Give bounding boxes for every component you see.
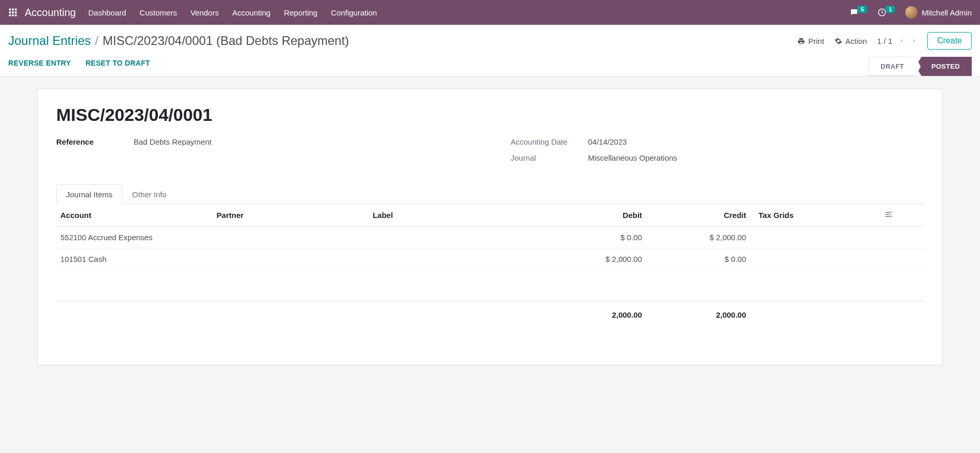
cell-label — [368, 248, 542, 270]
controlbar: Journal Entries / MISC/2023/04/0001 (Bad… — [0, 25, 980, 76]
pager-prev[interactable] — [898, 38, 905, 44]
cell-debit: $ 0.00 — [542, 227, 646, 248]
app-title[interactable]: Accounting — [25, 7, 76, 19]
topbar: Accounting Dashboard Customers Vendors A… — [0, 0, 980, 25]
nav-accounting[interactable]: Accounting — [232, 8, 270, 17]
table-row[interactable]: 552100 Accrued Expenses $ 0.00 $ 2,000.0… — [56, 227, 924, 248]
record-title: MISC/2023/04/0001 — [56, 105, 924, 125]
svg-rect-6 — [9, 14, 11, 17]
top-nav: Dashboard Customers Vendors Accounting R… — [88, 8, 377, 17]
state-indicator: DRAFT POSTED — [869, 57, 972, 76]
journal-label: Journal — [511, 153, 588, 162]
print-icon — [797, 37, 805, 45]
svg-rect-1 — [12, 9, 14, 11]
col-label: Label — [368, 204, 542, 227]
field-journal: Journal Miscellaneous Operations — [511, 153, 924, 162]
cell-partner — [213, 248, 369, 270]
nav-vendors[interactable]: Vendors — [190, 8, 219, 17]
svg-rect-8 — [15, 14, 17, 17]
tabs: Journal Items Other Info — [56, 184, 924, 204]
cell-account: 552100 Accrued Expenses — [56, 227, 213, 248]
cell-credit: $ 0.00 — [646, 248, 750, 270]
svg-rect-5 — [15, 11, 17, 13]
nav-dashboard[interactable]: Dashboard — [88, 8, 126, 17]
total-debit: 2,000.00 — [542, 301, 646, 329]
cell-partner — [213, 227, 369, 248]
state-posted[interactable]: POSTED — [915, 57, 972, 76]
pager: 1 / 1 — [877, 37, 917, 45]
reference-value: Bad Debts Repayment — [134, 137, 212, 146]
svg-rect-4 — [12, 11, 14, 13]
col-partner: Partner — [213, 204, 369, 227]
reset-to-draft-button[interactable]: RESET TO DRAFT — [86, 59, 150, 67]
action-button[interactable]: Action — [834, 37, 867, 45]
cell-credit: $ 2,000.00 — [646, 227, 750, 248]
user-menu[interactable]: Mitchell Admin — [905, 6, 972, 19]
total-row: 2,000.00 2,000.00 — [56, 301, 924, 329]
breadcrumb: Journal Entries / MISC/2023/04/0001 (Bad… — [8, 34, 349, 48]
print-button[interactable]: Print — [797, 37, 824, 45]
svg-rect-7 — [12, 14, 14, 17]
messages-button[interactable]: 5 — [849, 8, 868, 17]
cell-debit: $ 2,000.00 — [542, 248, 646, 270]
activities-badge: 1 — [886, 6, 895, 13]
reverse-entry-button[interactable]: REVERSE ENTRY — [8, 59, 71, 67]
col-toggle — [880, 204, 924, 227]
state-draft[interactable]: DRAFT — [869, 57, 916, 76]
breadcrumb-current: MISC/2023/04/0001 (Bad Debts Repayment) — [103, 34, 349, 48]
col-account: Account — [56, 204, 213, 227]
accounting-date-label: Accounting Date — [511, 137, 588, 146]
table-row[interactable]: 101501 Cash $ 2,000.00 $ 0.00 — [56, 248, 924, 270]
nav-configuration[interactable]: Configuration — [331, 8, 377, 17]
messages-badge: 5 — [858, 6, 867, 13]
apps-icon[interactable] — [8, 8, 18, 17]
field-accounting-date: Accounting Date 04/14/2023 — [511, 137, 924, 146]
activities-button[interactable]: 1 — [877, 8, 896, 17]
journal-items-table: Account Partner Label Debit Credit Tax G… — [56, 204, 924, 349]
sliders-icon[interactable] — [885, 210, 893, 218]
pager-count[interactable]: 1 / 1 — [877, 37, 892, 45]
chevron-right-icon — [911, 38, 917, 44]
form-sheet: MISC/2023/04/0001 Reference Bad Debts Re… — [37, 89, 943, 365]
tab-other-info[interactable]: Other Info — [122, 184, 176, 204]
tab-journal-items[interactable]: Journal Items — [56, 184, 122, 204]
journal-value: Miscellaneous Operations — [588, 153, 678, 162]
col-credit: Credit — [646, 204, 750, 227]
col-debit: Debit — [542, 204, 646, 227]
col-tax-grids: Tax Grids — [750, 204, 880, 227]
reference-label: Reference — [56, 137, 134, 146]
controlbar-tools: Print Action 1 / 1 Create — [797, 32, 972, 50]
nav-reporting[interactable]: Reporting — [284, 8, 317, 17]
topbar-right: 5 1 Mitchell Admin — [849, 6, 972, 19]
cell-account: 101501 Cash — [56, 248, 213, 270]
avatar — [905, 6, 918, 19]
create-button[interactable]: Create — [927, 32, 972, 50]
cell-label — [368, 227, 542, 248]
chevron-left-icon — [898, 38, 905, 44]
nav-customers[interactable]: Customers — [139, 8, 177, 17]
accounting-date-value: 04/14/2023 — [588, 137, 627, 146]
total-credit: 2,000.00 — [646, 301, 750, 329]
svg-rect-3 — [9, 11, 11, 13]
svg-rect-2 — [15, 9, 17, 11]
status-buttons: REVERSE ENTRY RESET TO DRAFT — [8, 59, 150, 74]
gear-icon — [834, 37, 842, 45]
svg-rect-0 — [9, 9, 11, 11]
user-name: Mitchell Admin — [922, 8, 972, 17]
breadcrumb-root[interactable]: Journal Entries — [8, 34, 91, 48]
breadcrumb-separator: / — [95, 34, 99, 48]
pager-next[interactable] — [911, 38, 917, 44]
field-reference: Reference Bad Debts Repayment — [56, 137, 470, 146]
